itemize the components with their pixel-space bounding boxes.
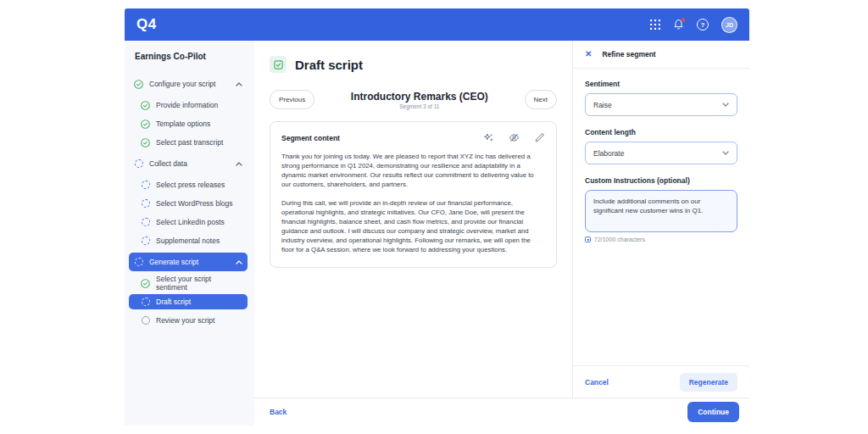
sidebar-item-label: Supplemental notes — [156, 236, 220, 245]
progress-circle-icon — [141, 218, 150, 227]
sidebar-item-generate-script[interactable]: Generate script — [129, 253, 248, 271]
sidebar-item-select-past-transcript[interactable]: Select past transcript — [129, 135, 248, 150]
app-body: Earnings Co-Pilot Configure your script … — [125, 41, 749, 426]
sidebar-item-label: Draft script — [156, 298, 191, 306]
sidebar: Earnings Co-Pilot Configure your script … — [125, 41, 254, 426]
card-actions — [483, 132, 545, 143]
back-button[interactable]: Back — [270, 408, 287, 416]
check-circle-icon — [134, 80, 143, 89]
avatar[interactable]: JD — [721, 17, 737, 33]
sidebar-item-label: Select LinkedIn posts — [156, 218, 225, 226]
sidebar-item-label: Generate script — [149, 258, 198, 266]
work-row: Draft script Previous Introductory Remar… — [254, 41, 749, 398]
character-counter: 72/1000 characters — [585, 236, 737, 242]
regenerate-button[interactable]: Regenerate — [680, 373, 737, 392]
close-icon[interactable]: ✕ — [585, 50, 592, 58]
content-length-label: Content length — [585, 128, 737, 136]
sentiment-value: Raise — [593, 101, 612, 109]
character-count-icon — [585, 236, 591, 242]
check-circle-icon — [141, 120, 150, 129]
progress-circle-icon — [141, 236, 150, 246]
sidebar-item-label: Select your script sentiment — [156, 275, 242, 292]
sidebar-item-select-press-releases[interactable]: Select press releases — [129, 177, 248, 192]
panel-title: Refine segment — [602, 50, 655, 58]
help-icon[interactable]: ? — [697, 19, 709, 31]
continue-button[interactable]: Continue — [687, 402, 739, 422]
segment-paragraph: During this call, we will provide an in-… — [281, 198, 545, 254]
chevron-up-icon — [236, 260, 242, 264]
sidebar-item-provide-information[interactable]: Provide information — [129, 97, 248, 113]
segment-content-card: Segment content — [270, 121, 557, 268]
sidebar-item-label: Select past transcript — [156, 138, 223, 147]
panel-body: Sentiment Raise Content length Elaborate… — [573, 69, 749, 365]
sidebar-item-template-options[interactable]: Template options — [129, 116, 248, 131]
draft-script-checkbox-icon — [270, 56, 287, 73]
check-circle-icon — [141, 279, 150, 288]
content-length-value: Elaborate — [593, 149, 624, 158]
top-bar: Q4 ? JD — [125, 8, 749, 41]
wizard-footer: Back Continue — [254, 398, 749, 426]
notification-dot — [682, 18, 686, 22]
sentiment-select[interactable]: Raise — [585, 93, 737, 116]
progress-circle-icon — [141, 199, 150, 209]
sidebar-item-configure-your-script[interactable]: Configure your script — [129, 75, 248, 93]
sidebar-item-supplemental-notes[interactable]: Supplemental notes — [129, 233, 248, 248]
sidebar-item-label: Template options — [156, 120, 210, 128]
q4-logo: Q4 — [136, 16, 157, 33]
sidebar-item-select-your-script-sentiment[interactable]: Select your script sentiment — [129, 275, 248, 291]
sidebar-title: Earnings Co-Pilot — [125, 52, 254, 70]
chevron-down-icon — [722, 103, 729, 107]
sentiment-label: Sentiment — [585, 80, 737, 88]
sidebar-item-label: Provide information — [156, 101, 218, 109]
segment-heading: Introductory Remarks (CEO) Segment 3 of … — [314, 91, 524, 109]
custom-instructions-input[interactable]: Include additional comments on our signi… — [585, 190, 737, 232]
notifications-bell-icon[interactable] — [673, 19, 684, 31]
segment-paragraph: Thank you for joining us today. We are p… — [281, 152, 545, 189]
progress-circle-icon — [134, 159, 143, 169]
sidebar-item-label: Collect data — [149, 159, 187, 168]
sidebar-item-select-wordpress-blogs[interactable]: Select WordPress blogs — [129, 196, 248, 211]
todo-circle-icon — [141, 316, 150, 326]
eye-off-icon[interactable] — [509, 132, 520, 143]
center-column: Draft script Previous Introductory Remar… — [254, 41, 749, 426]
segment-counter: Segment 3 of 11 — [314, 103, 524, 109]
sidebar-item-draft-script[interactable]: Draft script — [129, 294, 248, 309]
ai-sparkle-icon[interactable] — [483, 132, 494, 143]
check-circle-icon — [141, 101, 150, 110]
sidebar-item-label: Review your script — [156, 316, 214, 325]
previous-button[interactable]: Previous — [270, 90, 314, 109]
custom-instructions-label: Custom Instructions (optional) — [585, 176, 737, 185]
card-title: Segment content — [281, 134, 340, 142]
sidebar-item-label: Select WordPress blogs — [156, 199, 233, 208]
main-content: Draft script Previous Introductory Remar… — [254, 41, 572, 398]
cancel-button[interactable]: Cancel — [585, 378, 609, 387]
chevron-up-icon — [236, 162, 242, 166]
check-circle-icon — [141, 138, 150, 147]
edit-pencil-icon[interactable] — [534, 132, 545, 143]
app-window: Q4 ? JD — [125, 8, 749, 426]
panel-footer: Cancel Regenerate — [573, 365, 749, 398]
next-button[interactable]: Next — [525, 90, 557, 109]
progress-circle-icon — [134, 258, 143, 267]
progress-circle-icon — [141, 181, 150, 190]
segment-navigation: Previous Introductory Remarks (CEO) Segm… — [270, 90, 557, 109]
page-header: Draft script — [270, 56, 557, 73]
apps-grid-icon[interactable] — [650, 19, 660, 30]
panel-header: ✕ Refine segment — [573, 41, 749, 69]
chevron-down-icon — [722, 151, 729, 155]
page: Q4 ? JD — [0, 0, 868, 434]
topbar-actions: ? JD — [650, 17, 737, 33]
page-title: Draft script — [295, 58, 363, 72]
character-counter-text: 72/1000 characters — [594, 236, 645, 242]
sidebar-item-select-linkedin-posts[interactable]: Select LinkedIn posts — [129, 214, 248, 230]
sidebar-item-label: Select press releases — [156, 181, 225, 189]
sidebar-item-review-your-script[interactable]: Review your script — [129, 313, 248, 328]
chevron-up-icon — [236, 82, 242, 86]
refine-segment-panel: ✕ Refine segment Sentiment Raise Content… — [572, 41, 749, 398]
segment-title: Introductory Remarks (CEO) — [314, 91, 524, 103]
content-length-select[interactable]: Elaborate — [585, 142, 737, 164]
sidebar-item-collect-data[interactable]: Collect data — [129, 154, 248, 173]
card-header: Segment content — [281, 132, 545, 143]
sidebar-item-label: Configure your script — [149, 80, 215, 88]
progress-circle-icon — [141, 298, 150, 307]
